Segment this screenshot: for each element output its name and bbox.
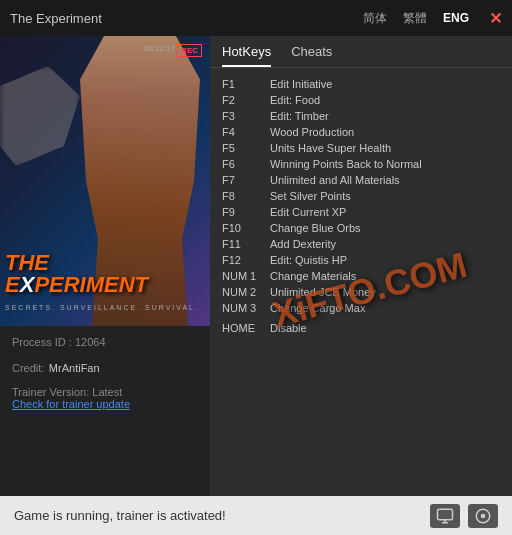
tab-hotkeys[interactable]: HotKeys [222,44,271,67]
rec-badge: REC [177,44,202,57]
hand-blur [0,66,80,166]
language-buttons: 简体 繁體 ENG ✕ [359,8,502,29]
hotkey-desc: Edit: Quistis HP [270,254,347,266]
hotkey-key: F6 [222,158,270,170]
tab-cheats[interactable]: Cheats [291,44,332,67]
hotkey-desc: Change Materials [270,270,356,282]
hotkey-row-home: HOMEDisable [222,320,500,336]
monitor-svg [436,507,454,525]
svg-point-4 [481,513,486,518]
timestamp-badge: 00:12:17 [144,44,175,53]
hotkey-row: F6Winning Points Back to Normal [222,156,500,172]
hotkey-desc: Unlimited JCB Money [270,286,376,298]
close-button[interactable]: ✕ [489,9,502,28]
hotkey-desc: Edit Current XP [270,206,346,218]
game-logo: THEEXPERIMENT [5,252,148,296]
hotkey-key: F4 [222,126,270,138]
hotkey-key: NUM 3 [222,302,270,314]
trainer-info: Trainer Version: Latest Check for traine… [12,386,198,410]
info-panel: Process ID : 12064 Credit: MrAntiFan Tra… [0,326,210,496]
hotkey-desc: Change Blue Orbs [270,222,361,234]
status-icons [430,504,498,528]
hotkey-row: F10Change Blue Orbs [222,220,500,236]
hotkey-key: F9 [222,206,270,218]
hotkey-desc: Edit: Timber [270,110,329,122]
hotkey-row: F4Wood Production [222,124,500,140]
tabs-row: HotKeys Cheats [210,36,512,68]
hotkey-desc: Change Cargo Max [270,302,365,314]
hotkey-key: F11 [222,238,270,250]
hotkey-key: F10 [222,222,270,234]
hotkey-row: F3Edit: Timber [222,108,500,124]
hotkey-desc: Edit: Food [270,94,320,106]
hotkey-row: F9Edit Current XP [222,204,500,220]
main-content: REC 00:12:17 THEEXPERIMENT secrets. surv… [0,36,512,496]
left-panel: REC 00:12:17 THEEXPERIMENT secrets. surv… [0,36,210,496]
hotkey-desc: Wood Production [270,126,354,138]
hotkey-row: NUM 2Unlimited JCB Money [222,284,500,300]
status-bar: Game is running, trainer is activated! [0,496,512,535]
hotkey-desc: Add Dexterity [270,238,336,250]
hotkey-row: NUM 1Change Materials [222,268,500,284]
title-bar: The Experiment 简体 繁體 ENG ✕ [0,0,512,36]
hotkey-row: F2Edit: Food [222,92,500,108]
hotkey-key: NUM 2 [222,286,270,298]
hotkey-row: F5Units Have Super Health [222,140,500,156]
hotkey-row: F12Edit: Quistis HP [222,252,500,268]
hotkey-key: F1 [222,78,270,90]
update-link[interactable]: Check for trainer update [12,398,198,410]
hotkeys-list: F1Edit InitiativeF2Edit: FoodF3Edit: Tim… [210,68,512,496]
hotkey-desc: Winning Points Back to Normal [270,158,422,170]
process-info: Process ID : 12064 [12,336,198,348]
hotkey-row: F8Set Silver Points [222,188,500,204]
music-svg [474,507,492,525]
process-label: Process ID : 12064 [12,336,198,348]
monitor-icon[interactable] [430,504,460,528]
hotkey-key: F3 [222,110,270,122]
hotkey-desc: Set Silver Points [270,190,351,202]
right-panel: HotKeys Cheats F1Edit InitiativeF2Edit: … [210,36,512,496]
trainer-label: Trainer Version: Latest [12,386,198,398]
hotkey-home-key: HOME [222,322,270,334]
hotkey-key: NUM 1 [222,270,270,282]
credit-value: MrAntiFan [49,362,100,374]
music-icon[interactable] [468,504,498,528]
game-cover: REC 00:12:17 THEEXPERIMENT secrets. surv… [0,36,210,326]
hotkey-desc: Edit Initiative [270,78,332,90]
hotkey-key: F12 [222,254,270,266]
hotkey-home-desc: Disable [270,322,307,334]
credit-info: Credit: MrAntiFan [12,358,198,376]
hotkey-desc: Units Have Super Health [270,142,391,154]
hotkey-desc: Unlimited and All Materials [270,174,400,186]
lang-traditional-btn[interactable]: 繁體 [399,8,431,29]
svg-rect-0 [438,509,453,520]
status-message: Game is running, trainer is activated! [14,508,226,523]
game-subtitle: secrets. surveillance. survival. [5,304,199,311]
credit-label: Credit: [12,362,44,374]
hotkey-row: NUM 3Change Cargo Max [222,300,500,316]
hotkey-row: F7Unlimited and All Materials [222,172,500,188]
lang-english-btn[interactable]: ENG [439,9,473,27]
hotkey-key: F2 [222,94,270,106]
hotkey-key: F5 [222,142,270,154]
hotkey-row: F1Edit Initiative [222,76,500,92]
app-title: The Experiment [10,11,102,26]
lang-simplified-btn[interactable]: 简体 [359,8,391,29]
hotkey-row: F11Add Dexterity [222,236,500,252]
hotkey-key: F8 [222,190,270,202]
hotkey-key: F7 [222,174,270,186]
